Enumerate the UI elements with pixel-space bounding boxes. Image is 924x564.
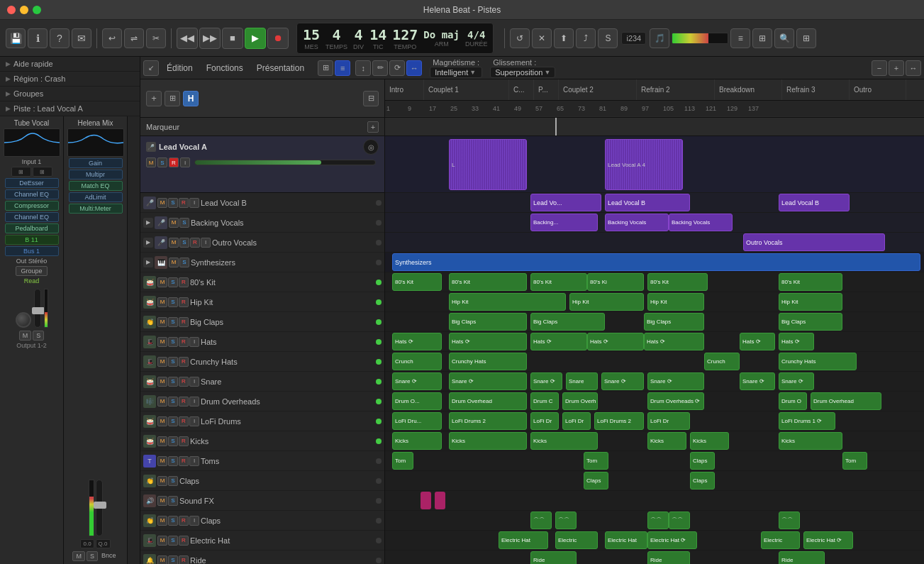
ch1-plugin-channeleq2[interactable]: Channel EQ: [5, 212, 59, 222]
ehat-s[interactable]: S: [168, 536, 178, 546]
claps1-clip-1[interactable]: Claps: [584, 472, 608, 490]
hipkit-clip-3[interactable]: Hip Kit: [647, 293, 704, 311]
stop-button[interactable]: ■: [222, 28, 243, 49]
ch1-plugin-channeleq[interactable]: Channel EQ: [5, 189, 59, 199]
crunchyhats-clip-3[interactable]: Crunch: [704, 353, 740, 370]
ch2-fader[interactable]: [96, 480, 103, 536]
track-electric-hat[interactable]: 🎩 M S R Electric Hat: [140, 531, 384, 551]
quick-help-section[interactable]: ▶ Aide rapide: [0, 57, 140, 72]
toms-s[interactable]: S: [168, 456, 178, 466]
select-tool[interactable]: ↔: [406, 60, 422, 76]
snare-i[interactable]: I: [189, 377, 199, 387]
list-view-button[interactable]: ≡: [730, 28, 750, 48]
kit80-clip-5[interactable]: 80's Kit: [647, 273, 708, 291]
claps2-clip-4[interactable]: ⌒⌒: [669, 512, 690, 529]
claps2-i[interactable]: I: [189, 516, 199, 526]
ch2-plugin-multipr[interactable]: Multipr: [69, 170, 123, 179]
close-button[interactable]: [7, 6, 16, 14]
ov-clip-1[interactable]: Outro Vocals: [743, 233, 885, 251]
snare-s[interactable]: S: [168, 377, 178, 387]
tempo-value[interactable]: 127: [392, 26, 418, 43]
crunchyhats-m[interactable]: M: [157, 357, 167, 367]
claps1-s[interactable]: S: [168, 476, 178, 486]
ehat-clip-2[interactable]: Electric: [555, 531, 598, 549]
lofi-clip-1[interactable]: LoFi Dru...: [392, 412, 442, 430]
lofi-clip-3[interactable]: LoFi Dr: [530, 412, 559, 430]
ehat-clip-1[interactable]: Electric Hat: [499, 531, 548, 549]
message-button[interactable]: ✉: [72, 28, 91, 48]
zoom-in-btn[interactable]: +: [889, 60, 904, 76]
track-claps1[interactable]: 👏 M S Claps: [140, 471, 384, 491]
lvb-clip-2[interactable]: Lead Vocal B: [605, 194, 690, 211]
edition-menu[interactable]: Édition: [161, 62, 199, 74]
ride-clip-1[interactable]: Ride: [530, 551, 577, 564]
kit80-clip-4[interactable]: 80's Ki: [587, 273, 644, 291]
bv-expand[interactable]: ▶: [143, 218, 153, 228]
glissement-value[interactable]: Superposition ▼: [490, 67, 555, 78]
arrange-mode-btn[interactable]: ↙: [143, 60, 159, 76]
grid-view-btn[interactable]: ⊞: [318, 60, 333, 76]
snare-clip-6[interactable]: Snare ⟳: [647, 372, 704, 390]
snare-clip-7[interactable]: Snare ⟳: [740, 372, 775, 390]
syn-clip-1[interactable]: Synthesizers: [392, 253, 920, 271]
record-button[interactable]: ⏺: [267, 28, 289, 49]
library-button[interactable]: ⊞: [796, 28, 816, 48]
ride-m[interactable]: M: [157, 555, 167, 565]
bv-clip-1[interactable]: Backing...: [530, 214, 598, 231]
bv-s[interactable]: S: [179, 218, 189, 228]
ch2-m-btn[interactable]: M: [72, 551, 85, 561]
snare-m[interactable]: M: [157, 377, 167, 387]
drumoh-clip-1[interactable]: Drum O...: [392, 392, 442, 410]
ch1-groupe-btn[interactable]: Groupe: [16, 266, 47, 276]
drumoh-clip-5[interactable]: Drum Overheads ⟳: [647, 392, 704, 410]
drumoh-s[interactable]: S: [168, 397, 178, 407]
syn-expand[interactable]: ▶: [143, 258, 153, 267]
lofi-r[interactable]: R: [179, 416, 189, 426]
settings-button[interactable]: S: [598, 28, 618, 48]
pencil-tool[interactable]: ✏: [372, 60, 388, 76]
claps1-m[interactable]: M: [157, 476, 167, 486]
ch1-plugin-pedalboard[interactable]: Pedalboard: [5, 223, 59, 233]
undo2-button[interactable]: ↺: [510, 28, 530, 48]
rewind-button[interactable]: ◀◀: [177, 28, 198, 49]
claps2-clip-2[interactable]: ⌒⌒: [555, 512, 577, 529]
ov-m[interactable]: M: [169, 238, 179, 248]
lvb-m[interactable]: M: [157, 198, 167, 208]
hats-clip-7[interactable]: Hats ⟳: [779, 333, 814, 350]
ehat-clip-4[interactable]: Electric Hat ⟳: [647, 531, 697, 549]
hats-clip-2[interactable]: Hats ⟳: [449, 333, 527, 350]
export-button[interactable]: ⬆: [554, 28, 574, 48]
claps2-clip-5[interactable]: ⌒⌒: [779, 512, 800, 529]
bv-m[interactable]: M: [169, 218, 179, 228]
lva-i-btn[interactable]: I: [180, 157, 190, 167]
ehat-clip-5[interactable]: Electric: [761, 531, 800, 549]
track-big-claps[interactable]: 👏 M S R Big Claps: [140, 312, 384, 332]
hipkit-clip-1[interactable]: Hip Kit: [449, 293, 566, 311]
mixer-view-button[interactable]: ⊞: [752, 28, 772, 48]
ride-clip-2[interactable]: Ride: [647, 551, 690, 564]
bigclaps-r[interactable]: R: [179, 317, 189, 327]
lvb-s[interactable]: S: [168, 198, 178, 208]
track-lofi-drums[interactable]: 🥁 M S R I LoFi Drums: [140, 411, 384, 431]
bigclaps-s[interactable]: S: [168, 317, 178, 327]
drumoh-m[interactable]: M: [157, 397, 167, 407]
kit80-clip-6[interactable]: 80's Kit: [779, 273, 842, 291]
kit80-m[interactable]: M: [157, 277, 167, 287]
lva-clip-2[interactable]: Lead Vocal A 4: [605, 139, 683, 190]
ch2-plugin-matcheq[interactable]: Match EQ: [69, 181, 123, 191]
syn-m[interactable]: M: [169, 258, 179, 267]
crunchyhats-clip-4[interactable]: Crunchy Hats: [779, 353, 857, 370]
lva-fader-strip[interactable]: [194, 160, 376, 165]
ch1-io-btn[interactable]: ⊞: [11, 167, 31, 177]
lvb-clip-1[interactable]: Lead Vo...: [530, 194, 601, 211]
lvb-clip-3[interactable]: Lead Vocal B: [779, 194, 850, 211]
scroll-btn[interactable]: ↔: [906, 60, 921, 76]
bigclaps-m[interactable]: M: [157, 317, 167, 327]
region-section[interactable]: ▶ Région : Crash: [0, 72, 140, 87]
sfx-m[interactable]: M: [157, 496, 167, 506]
track-drum-overheads[interactable]: 🎼 M S R I Drum Overheads: [140, 392, 384, 411]
kit80-r[interactable]: R: [179, 277, 189, 287]
drumoh-clip-7[interactable]: Drum Overhead: [811, 392, 881, 410]
presentation-menu[interactable]: Présentation: [251, 62, 310, 74]
snare-clip-4[interactable]: Snare: [566, 372, 598, 390]
